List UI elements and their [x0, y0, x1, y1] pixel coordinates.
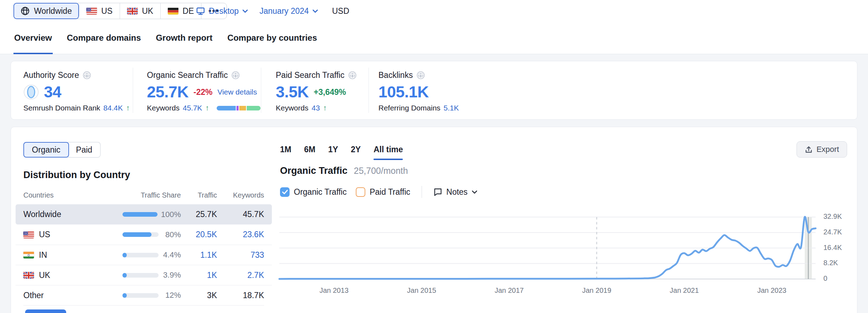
col-countries: Countries [23, 191, 122, 199]
table-row[interactable]: Other12%3K18.7K [16, 285, 272, 305]
range-tab-1y[interactable]: 1Y [328, 145, 338, 156]
chevron-down-icon [312, 9, 318, 13]
traffic-share-cell: 12% [122, 291, 181, 300]
country-cell: Worldwide [23, 210, 122, 219]
organic-keywords-value[interactable]: 45.7K [183, 104, 202, 112]
y-axis-tick-label: 16.4K [823, 244, 842, 252]
toggle-organic[interactable]: Organic [23, 142, 69, 158]
globe-icon [21, 6, 30, 16]
metric-title: Paid Search Traffic [276, 70, 344, 80]
metric-title: Backlinks [378, 70, 413, 80]
paid-traffic-checkbox[interactable]: Paid Traffic [356, 187, 410, 197]
keywords-cell[interactable]: 2.7K [217, 271, 264, 280]
location-tab-us[interactable]: US [79, 3, 120, 19]
intent-bar-segment [217, 106, 236, 110]
export-upload-icon [805, 146, 813, 154]
metric-title: Organic Search Traffic [147, 70, 228, 80]
tab-compare-by-countries[interactable]: Compare by countries [227, 33, 318, 54]
distribution-title: Distribution by Country [23, 170, 264, 181]
info-globe-icon[interactable] [348, 71, 357, 80]
info-globe-icon[interactable] [416, 71, 425, 80]
organic-traffic-metric: Organic Search Traffic 25.7K -22% View d… [133, 61, 261, 119]
up-arrow-icon: ↑ [323, 104, 327, 112]
location-label: US [101, 6, 113, 16]
traffic-cell[interactable]: 1.1K [181, 250, 217, 260]
range-tab-all-time[interactable]: All time [373, 145, 403, 156]
distribution-panel: OrganicPaid Distribution by Country Coun… [23, 142, 264, 306]
organic-traffic-checkbox[interactable]: Organic Traffic [280, 187, 347, 197]
date-label: January 2024 [259, 6, 309, 16]
tab-overview[interactable]: Overview [13, 33, 53, 54]
footer-label: Referring Domains [378, 104, 440, 112]
legend-label: Organic Traffic [294, 187, 347, 197]
range-tab-2y[interactable]: 2Y [351, 145, 361, 156]
export-button[interactable]: Export [796, 141, 847, 158]
domain-rank-value[interactable]: 84.4K [103, 104, 123, 112]
info-globe-icon[interactable] [231, 71, 240, 80]
country-cell: Other [23, 291, 122, 300]
location-tab-uk[interactable]: UK [120, 3, 161, 19]
top-toolbar: WorldwideUSUKDE••• Desktop January 2024 … [0, 0, 868, 21]
view-details-button[interactable] [25, 309, 66, 313]
currency-selector[interactable]: USD [332, 3, 349, 19]
traffic-line-chart [276, 208, 829, 284]
range-tab-6m[interactable]: 6M [304, 145, 315, 156]
organic-traffic-change: -22% [194, 87, 213, 97]
footer-label: Keywords [276, 104, 308, 112]
country-name: Worldwide [23, 210, 61, 219]
table-row[interactable]: IN4.4%1.1K733 [16, 245, 272, 265]
traffic-cell[interactable]: 1K [181, 271, 217, 280]
legend-divider [422, 186, 422, 198]
traffic-share-bar-fill [122, 212, 158, 217]
traffic-cell: 25.7K [181, 210, 217, 219]
location-tab-de[interactable]: DE [161, 3, 201, 19]
view-details-link[interactable]: View details [217, 88, 257, 96]
paid-keywords-value[interactable]: 43 [312, 104, 320, 112]
col-traffic-share: Traffic Share [122, 191, 181, 199]
tab-compare-domains[interactable]: Compare domains [66, 33, 142, 54]
traffic-share-bar [122, 273, 159, 278]
legend-label: Paid Traffic [370, 187, 410, 197]
country-name: UK [39, 271, 50, 280]
us-flag-icon [86, 7, 97, 15]
report-nav-tabs: OverviewCompare domainsGrowth reportComp… [0, 21, 868, 54]
x-axis-tick-label: Jan 2015 [407, 286, 436, 295]
traffic-share-bar-fill [122, 293, 127, 298]
traffic-share-bar [122, 232, 159, 237]
traffic-share-value: 12% [162, 291, 181, 300]
table-row[interactable]: US80%20.5K23.6K [16, 224, 272, 245]
device-selector[interactable]: Desktop [196, 3, 248, 19]
keywords-cell[interactable]: 23.6K [217, 230, 264, 239]
keywords-cell[interactable]: 733 [217, 250, 264, 260]
traffic-share-cell: 3.9% [122, 271, 181, 280]
page-content: Authority Score 34 Semrush Domain Rank84… [0, 54, 868, 313]
y-axis-tick-label: 24.7K [823, 228, 842, 236]
notes-label: Notes [446, 187, 468, 197]
location-tab-worldwide[interactable]: Worldwide [13, 3, 79, 19]
country-name: Other [23, 291, 44, 300]
y-axis-tick-label: 32.9K [823, 212, 842, 221]
info-globe-icon[interactable] [82, 71, 91, 80]
table-row[interactable]: Worldwide100%25.7K45.7K [16, 204, 272, 224]
traffic-share-bar-fill [122, 232, 152, 237]
referring-domains-value[interactable]: 5.1K [444, 104, 459, 112]
y-axis-tick-label: 8.2K [823, 259, 838, 267]
country-cell: UK [23, 271, 122, 280]
uk-flag-icon [127, 7, 138, 15]
organic-traffic-chart[interactable]: 32.9K24.7K16.4K8.2K0Jan 2013Jan 2015Jan … [276, 208, 858, 311]
traffic-cell[interactable]: 20.5K [181, 230, 217, 239]
tab-growth-report[interactable]: Growth report [155, 33, 213, 54]
x-axis-tick-label: Jan 2023 [757, 286, 786, 295]
checkbox-unchecked-icon [356, 187, 365, 197]
toggle-paid[interactable]: Paid [68, 142, 101, 158]
range-tab-1m[interactable]: 1M [280, 145, 291, 156]
chevron-down-icon [242, 9, 248, 13]
note-icon [433, 187, 442, 197]
country-name: US [39, 230, 50, 239]
notes-dropdown[interactable]: Notes [433, 187, 478, 197]
table-row[interactable]: UK3.9%1K2.7K [16, 265, 272, 285]
traffic-share-bar [122, 293, 159, 298]
date-selector[interactable]: January 2024 [259, 3, 318, 19]
paid-traffic-change: +3,649% [314, 87, 346, 97]
uk-flag-icon [23, 272, 34, 279]
